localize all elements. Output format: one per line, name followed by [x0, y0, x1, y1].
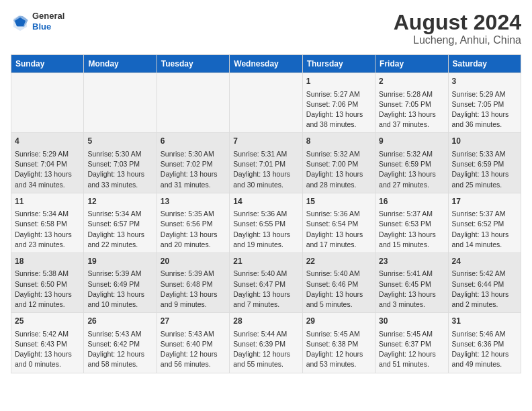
day-info: Daylight: 13 hours: [87, 169, 152, 179]
day-cell: [11, 73, 84, 133]
day-cell: 31Sunrise: 5:46 AMSunset: 6:36 PMDayligh…: [448, 313, 521, 373]
day-info: Sunrise: 5:35 AM: [161, 209, 226, 219]
day-number: 27: [161, 316, 226, 327]
day-info: Daylight: 13 hours: [306, 109, 371, 120]
day-info: and 14 minutes.: [452, 240, 517, 250]
day-cell: 28Sunrise: 5:44 AMSunset: 6:39 PMDayligh…: [230, 313, 302, 373]
day-info: and 20 minutes.: [161, 240, 226, 250]
day-info: Daylight: 13 hours: [452, 230, 517, 240]
day-info: Sunrise: 5:30 AM: [87, 149, 152, 159]
day-cell: 23Sunrise: 5:41 AMSunset: 6:45 PMDayligh…: [375, 253, 448, 312]
day-info: Sunrise: 5:43 AM: [161, 329, 226, 339]
day-info: Sunrise: 5:30 AM: [161, 149, 226, 159]
day-number: 17: [452, 196, 517, 208]
day-info: Sunset: 6:59 PM: [452, 159, 517, 169]
day-info: Daylight: 13 hours: [452, 289, 517, 300]
day-info: and 10 minutes.: [87, 300, 152, 310]
day-cell: [230, 73, 302, 133]
day-info: and 37 minutes.: [379, 120, 444, 130]
day-info: Sunrise: 5:31 AM: [233, 149, 298, 159]
day-info: Sunrise: 5:29 AM: [15, 149, 80, 159]
day-info: Daylight: 12 hours: [452, 349, 517, 359]
day-info: Sunrise: 5:38 AM: [15, 269, 80, 279]
day-number: 25: [15, 316, 80, 327]
day-number: 20: [161, 256, 226, 267]
day-info: Sunrise: 5:27 AM: [306, 89, 371, 99]
day-cell: [157, 73, 229, 133]
day-info: and 33 minutes.: [87, 180, 152, 190]
header-cell-sunday: Sunday: [11, 55, 84, 73]
week-row-2: 4Sunrise: 5:29 AMSunset: 7:04 PMDaylight…: [11, 133, 521, 193]
day-number: 24: [452, 256, 517, 267]
day-info: Sunrise: 5:29 AM: [452, 89, 517, 99]
day-info: and 28 minutes.: [306, 180, 371, 190]
header-cell-friday: Friday: [375, 55, 448, 73]
day-number: 29: [306, 316, 371, 327]
day-info: Sunrise: 5:44 AM: [233, 329, 298, 339]
day-number: 22: [306, 256, 371, 267]
day-info: Sunrise: 5:45 AM: [306, 329, 371, 339]
day-info: Daylight: 13 hours: [233, 169, 298, 179]
day-info: Sunset: 7:06 PM: [306, 99, 371, 109]
day-info: Sunset: 6:49 PM: [87, 279, 152, 289]
day-info: and 27 minutes.: [379, 180, 444, 190]
day-info: Sunset: 6:48 PM: [161, 279, 226, 289]
day-info: Sunset: 6:44 PM: [452, 279, 517, 289]
calendar-title: August 2024: [394, 11, 521, 34]
day-info: Sunset: 7:03 PM: [87, 159, 152, 169]
day-number: 6: [161, 136, 226, 147]
day-info: Sunrise: 5:32 AM: [306, 149, 371, 159]
day-number: 30: [379, 316, 444, 327]
day-info: Sunrise: 5:40 AM: [233, 269, 298, 279]
week-row-4: 18Sunrise: 5:38 AMSunset: 6:50 PMDayligh…: [11, 253, 521, 312]
day-info: Sunset: 6:42 PM: [87, 339, 152, 349]
day-info: and 22 minutes.: [87, 240, 152, 250]
day-info: Sunrise: 5:40 AM: [306, 269, 371, 279]
day-number: 10: [452, 136, 517, 147]
day-info: and 3 minutes.: [379, 300, 444, 310]
day-info: Daylight: 13 hours: [15, 230, 80, 240]
day-number: 8: [306, 136, 371, 147]
day-number: 11: [15, 196, 80, 208]
day-number: 18: [15, 256, 80, 267]
day-number: 7: [233, 136, 298, 147]
day-cell: 19Sunrise: 5:39 AMSunset: 6:49 PMDayligh…: [84, 253, 157, 312]
day-info: Sunrise: 5:45 AM: [379, 329, 444, 339]
day-info: Daylight: 13 hours: [306, 230, 371, 240]
day-info: Daylight: 12 hours: [233, 349, 298, 359]
day-info: Sunset: 6:57 PM: [87, 219, 152, 229]
day-info: Sunrise: 5:43 AM: [87, 329, 152, 339]
day-info: and 0 minutes.: [15, 359, 80, 369]
header-cell-wednesday: Wednesday: [230, 55, 302, 73]
day-info: and 25 minutes.: [452, 180, 517, 190]
day-cell: 1Sunrise: 5:27 AMSunset: 7:06 PMDaylight…: [302, 73, 375, 133]
header-cell-tuesday: Tuesday: [157, 55, 229, 73]
day-number: 28: [233, 316, 298, 327]
day-number: 12: [87, 196, 152, 208]
day-info: Sunrise: 5:37 AM: [452, 209, 517, 219]
day-info: Daylight: 13 hours: [379, 109, 444, 120]
logo-blue-text: Blue: [32, 21, 64, 32]
day-info: and 58 minutes.: [87, 359, 152, 369]
day-cell: 9Sunrise: 5:32 AMSunset: 6:59 PMDaylight…: [375, 133, 448, 193]
day-info: Daylight: 13 hours: [452, 169, 517, 179]
day-cell: 7Sunrise: 5:31 AMSunset: 7:01 PMDaylight…: [230, 133, 302, 193]
day-info: and 9 minutes.: [161, 300, 226, 310]
day-info: Daylight: 13 hours: [87, 230, 152, 240]
day-cell: 21Sunrise: 5:40 AMSunset: 6:47 PMDayligh…: [230, 253, 302, 312]
day-info: and 23 minutes.: [15, 240, 80, 250]
day-info: and 15 minutes.: [379, 240, 444, 250]
day-info: Daylight: 13 hours: [161, 169, 226, 179]
day-info: Sunrise: 5:33 AM: [452, 149, 517, 159]
day-info: Daylight: 13 hours: [306, 169, 371, 179]
day-info: Sunset: 6:46 PM: [306, 279, 371, 289]
day-cell: 18Sunrise: 5:38 AMSunset: 6:50 PMDayligh…: [11, 253, 84, 312]
day-info: Sunrise: 5:39 AM: [161, 269, 226, 279]
day-number: 23: [379, 256, 444, 267]
day-info: Daylight: 13 hours: [15, 169, 80, 179]
page-header: General Blue August 2024 Lucheng, Anhui,…: [11, 11, 521, 46]
day-info: Sunset: 7:01 PM: [233, 159, 298, 169]
day-number: 5: [87, 136, 152, 147]
day-info: Daylight: 13 hours: [233, 230, 298, 240]
logo: General Blue: [11, 11, 64, 32]
